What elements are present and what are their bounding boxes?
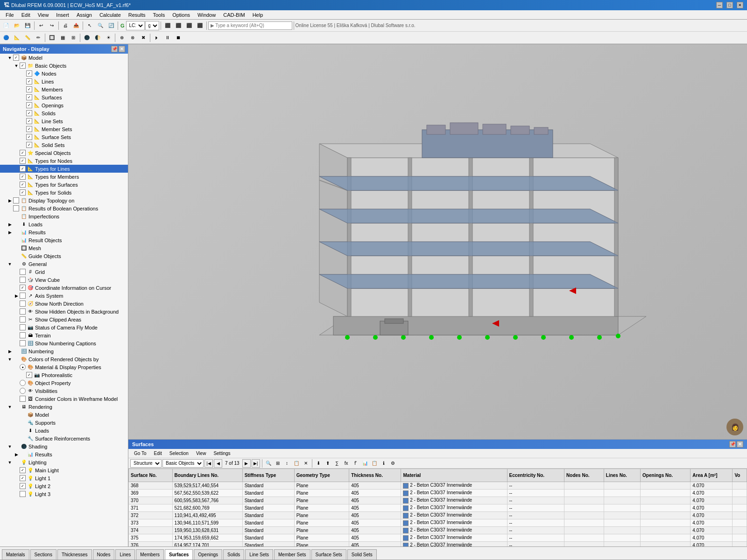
nav-item-showhidden[interactable]: 👁Show Hidden Objects in Background [0, 308, 128, 315]
panel-calc-btn[interactable]: ∑ [333, 459, 341, 468]
tb2-btn5[interactable]: 🔲 [47, 33, 57, 43]
nav-item-model[interactable]: ▼📦Model [0, 54, 128, 62]
tb2-render2[interactable]: 🌓 [92, 33, 103, 43]
menu-item-tools[interactable]: Tools [149, 11, 169, 19]
select-button[interactable]: ↖ [85, 21, 95, 31]
checkbox-typesnodes[interactable] [20, 158, 26, 164]
panel-group-btn[interactable]: 📋 [292, 459, 301, 468]
checkbox-solids[interactable] [26, 110, 32, 116]
checkbox-displaytopo[interactable] [13, 197, 19, 203]
bottom-tab-openings[interactable]: Openings [194, 549, 222, 560]
nav-item-mesh[interactable]: 🔲Mesh [0, 244, 128, 252]
bottom-tab-surface-sets[interactable]: Surface Sets [311, 549, 346, 560]
tb2-anim1[interactable]: ⏵ [152, 33, 162, 43]
surfaces-menu-edit[interactable]: Edit [150, 450, 166, 457]
expander-displaytopo[interactable]: ▶ [7, 196, 13, 204]
checkbox-typessolids[interactable] [20, 189, 26, 196]
search-input[interactable] [208, 21, 292, 30]
checkbox-mainlight[interactable] [20, 467, 26, 473]
nav-item-rendermodel[interactable]: 📦Model [0, 411, 128, 419]
panel-import-btn[interactable]: ⬇ [314, 459, 323, 468]
bottom-tab-surfaces[interactable]: Surfaces [165, 549, 193, 560]
checkbox-typeslines[interactable] [20, 166, 26, 172]
radio-visibilities[interactable] [20, 388, 26, 394]
table-row[interactable]: 373130,946,110,571,599StandardPlane405 2… [129, 519, 747, 527]
checkbox-membersets[interactable] [26, 126, 32, 132]
panel-export-btn[interactable]: ⬆ [324, 459, 332, 468]
menu-item-results[interactable]: Results [125, 11, 149, 19]
print-button[interactable]: 🖨 [60, 21, 70, 31]
nav-item-supports[interactable]: 🔩Supports [0, 419, 128, 427]
nav-item-matdisplay[interactable]: ●🎨Material & Display Properties [0, 363, 128, 371]
checkbox-coordinfo[interactable] [20, 285, 26, 291]
nav-item-surfaces[interactable]: 📐Surfaces [0, 93, 128, 101]
bottom-tab-member-sets[interactable]: Member Sets [274, 549, 310, 560]
panel-search-btn[interactable]: 🔍 [264, 459, 273, 468]
nav-item-light1[interactable]: 💡Light 1 [0, 474, 128, 482]
structure-filter[interactable]: Structure [130, 459, 162, 468]
nav-item-photorealistic[interactable]: 📷Photorealistic [0, 371, 128, 379]
menu-item-insert[interactable]: Insert [52, 11, 73, 19]
checkbox-camerafly[interactable] [20, 324, 26, 330]
nav-item-resultobjs[interactable]: 📊Result Objects [0, 236, 128, 244]
table-row[interactable]: 368539,529,517,440,554StandardPlane405 2… [129, 482, 747, 490]
panel-close-button[interactable]: ✕ [737, 441, 743, 448]
checkbox-photorealistic[interactable] [26, 372, 32, 378]
open-button[interactable]: 📂 [12, 21, 22, 31]
expander-basic[interactable]: ▼ [13, 62, 20, 70]
menu-item-help[interactable]: Help [249, 11, 267, 19]
table-row[interactable]: 372110,941,43,492,495StandardPlane405 2 … [129, 512, 747, 519]
nav-item-visibilities[interactable]: 👁Visibilities [0, 387, 128, 395]
nav-item-mainlight[interactable]: 💡Main Light [0, 466, 128, 474]
checkbox-typesmembers[interactable] [20, 174, 26, 180]
view-top[interactable]: ⬛ [184, 21, 194, 31]
close-button[interactable]: ✕ [737, 2, 743, 8]
surfaces-menu-selection[interactable]: Selection [166, 450, 192, 457]
nav-item-specialobj[interactable]: ⭐Special Objects [0, 149, 128, 157]
nav-item-showclipped[interactable]: ✂Show Clipped Areas [0, 315, 128, 323]
nav-item-objproperty[interactable]: 🎨Object Property [0, 379, 128, 387]
surfaces-menu-view[interactable]: View [192, 450, 210, 457]
nav-item-membersets[interactable]: 📐Member Sets [0, 125, 128, 133]
nav-item-terrain[interactable]: 🏔Terrain [0, 331, 128, 339]
nav-item-boolresults[interactable]: 📋Results of Boolean Operations [0, 204, 128, 212]
menu-item-view[interactable]: View [34, 11, 53, 19]
nav-item-shownorth[interactable]: 🧭Show North Direction [0, 300, 128, 308]
nav-item-openings[interactable]: 📐Openings [0, 101, 128, 109]
nav-item-viewcube[interactable]: 🎲View Cube [0, 276, 128, 284]
menu-item-assign[interactable]: Assign [73, 11, 96, 19]
tb2-btn7[interactable]: ⊞ [68, 33, 78, 43]
tb2-render3[interactable]: ☀ [103, 33, 113, 43]
tb2-btn4[interactable]: ✏ [33, 33, 43, 43]
nav-item-grid[interactable]: #Grid [0, 268, 128, 276]
g-combo[interactable]: g1 [145, 21, 159, 30]
table-row[interactable]: 375174,953,159,659,662StandardPlane405 2… [129, 534, 747, 542]
nav-item-solidsets[interactable]: 📐Solid Sets [0, 141, 128, 149]
view-3d[interactable]: ⬛ [195, 21, 205, 31]
menu-item-cad-bim[interactable]: CAD-BIM [219, 11, 248, 19]
checkbox-considerwireframe[interactable] [20, 396, 26, 402]
menu-item-calculate[interactable]: Calculate [96, 11, 125, 19]
checkbox-viewcube[interactable] [20, 277, 26, 283]
nav-item-typeslines[interactable]: 📐Types for Lines [0, 165, 128, 173]
panel-table-btn[interactable]: 📊 [361, 459, 369, 468]
nav-item-basic[interactable]: ▼📁Basic Objects [0, 62, 128, 70]
table-row[interactable]: 374159,950,130,628,631StandardPlane405 2… [129, 527, 747, 534]
checkbox-light3[interactable] [20, 491, 26, 497]
checkbox-basic[interactable] [20, 63, 26, 69]
tb2-anim3[interactable]: ⏹ [173, 33, 183, 43]
nav-close-button[interactable]: ✕ [119, 46, 125, 52]
expander-lighting[interactable]: ▼ [7, 458, 13, 466]
nav-item-typessurfaces[interactable]: 📐Types for Surfaces [0, 181, 128, 189]
nav-item-colorsrendered[interactable]: ▼🎨Colors of Rendered Objects by [0, 355, 128, 363]
nav-item-displaytopo[interactable]: ▶📋Display Topology on [0, 196, 128, 204]
tb2-anim2[interactable]: ⏸ [162, 33, 173, 43]
checkbox-light2[interactable] [20, 483, 26, 489]
table-row[interactable]: 371521,682,600,769StandardPlane405 2 - B… [129, 504, 747, 512]
checkbox-nodes[interactable] [26, 70, 32, 77]
table-row[interactable]: 376614,957,174,701StandardPlane405 2 - B… [129, 542, 747, 547]
undo-button[interactable]: ↩ [36, 21, 46, 31]
nav-item-nodes[interactable]: 🔷Nodes [0, 70, 128, 77]
surfaces-table-wrapper[interactable]: Surface No.Boundary Lines No.Stiffness T… [128, 469, 747, 546]
nav-tree[interactable]: ▼📦Model▼📁Basic Objects🔷Nodes📐Lines📐Membe… [0, 54, 128, 546]
